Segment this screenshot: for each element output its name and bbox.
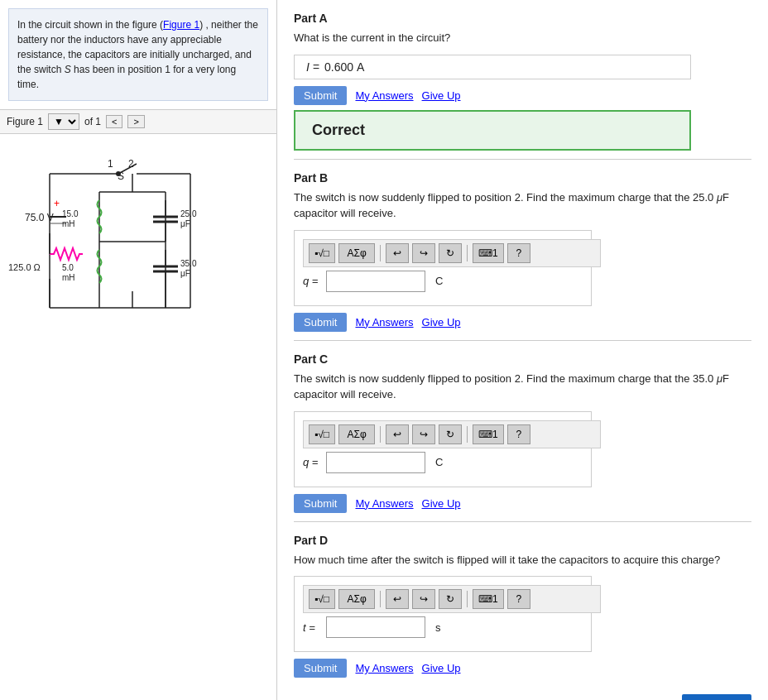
part-b-submit-btn[interactable]: Submit	[294, 313, 347, 332]
part-c-sep1	[380, 426, 381, 443]
divider-ab	[294, 159, 751, 160]
part-b-toolbar: ▪√□ ΑΣφ ↩ ↪ ↻ ⌨1	[303, 239, 601, 267]
undo-icon: ↩	[393, 247, 401, 259]
part-c-redo-btn[interactable]: ↪	[412, 424, 435, 444]
part-d-redo-btn[interactable]: ↪	[412, 589, 435, 609]
part-c-refresh-icon: ↻	[446, 429, 454, 440]
part-b-refresh-btn[interactable]: ↻	[439, 243, 462, 263]
part-b-input[interactable]	[326, 271, 425, 292]
part-c-answer-row: q = C	[303, 452, 583, 473]
part-d-redo-icon: ↪	[420, 593, 428, 605]
part-d-input[interactable]	[326, 616, 425, 638]
part-c-input-section: ▪√□ ΑΣφ ↩ ↪ ↻ ⌨1	[294, 411, 592, 487]
part-b-matrix-btn[interactable]: ▪√□	[309, 243, 335, 263]
part-d-label: t =	[303, 621, 319, 634]
part-b-answer-row: q = C	[303, 271, 583, 292]
svg-text:25.0: 25.0	[180, 209, 197, 218]
part-d-title: Part D	[294, 534, 751, 547]
part-a-value: 0.600	[324, 60, 353, 74]
part-d-my-answers-btn[interactable]: My Answers	[355, 662, 413, 674]
part-c-symbol-btn[interactable]: ΑΣφ	[338, 424, 375, 444]
circuit-svg: 1 2 S +	[0, 142, 265, 341]
part-d-refresh-btn[interactable]: ↻	[439, 589, 462, 609]
part-b-title: Part B	[294, 171, 751, 185]
part-a-section: Part A What is the current in the circui…	[294, 12, 751, 151]
part-d-undo-btn[interactable]: ↩	[386, 589, 409, 609]
part-a-actions: Submit My Answers Give Up	[294, 86, 751, 105]
part-a-title: Part A	[294, 12, 751, 25]
part-d-help-btn[interactable]: ?	[507, 589, 530, 609]
svg-text:μF: μF	[180, 219, 190, 228]
part-c-submit-btn[interactable]: Submit	[294, 494, 347, 513]
part-c-keyboard-btn[interactable]: ⌨1	[473, 424, 504, 444]
part-c-my-answers-btn[interactable]: My Answers	[355, 497, 413, 510]
part-d-keyboard-btn[interactable]: ⌨1	[473, 589, 504, 609]
part-c-redo-icon: ↪	[420, 429, 428, 440]
part-b-my-answers-btn[interactable]: My Answers	[355, 316, 413, 328]
svg-text:mH: mH	[62, 273, 75, 282]
part-c-keyboard-icon: ⌨1	[478, 429, 498, 440]
part-d-keyboard-icon: ⌨1	[478, 593, 498, 605]
part-a-question: What is the current in the circuit?	[294, 30, 751, 46]
svg-text:+: +	[54, 198, 60, 209]
part-d-unit: s	[435, 621, 441, 634]
part-b-help-btn[interactable]: ?	[507, 243, 530, 263]
svg-text:15.0: 15.0	[62, 209, 79, 218]
part-c-question: The switch is now suddenly flipped to po…	[294, 371, 751, 403]
part-c-label: q =	[303, 456, 319, 468]
figure-link[interactable]: Figure 1	[163, 19, 199, 31]
figure-prev-btn[interactable]: <	[106, 115, 122, 128]
part-d-symbol-icon: ΑΣφ	[347, 593, 366, 605]
part-b-keyboard-btn[interactable]: ⌨1	[473, 243, 504, 263]
part-d-give-up-btn[interactable]: Give Up	[422, 662, 461, 674]
figure-select[interactable]: ▼	[48, 113, 79, 130]
svg-text:1: 1	[108, 158, 113, 170]
circuit-diagram: 1 2 S +	[0, 134, 276, 700]
part-a-my-answers-btn[interactable]: My Answers	[355, 89, 413, 102]
part-b-actions: Submit My Answers Give Up	[294, 313, 751, 332]
continue-btn[interactable]: Continue	[682, 694, 751, 700]
part-c-sep2	[467, 426, 468, 443]
part-b-symbol-btn[interactable]: ΑΣφ	[338, 243, 375, 263]
part-d-symbol-btn[interactable]: ΑΣφ	[338, 589, 375, 609]
part-d-question: How much time after the switch is flippe…	[294, 552, 751, 568]
part-b-give-up-btn[interactable]: Give Up	[422, 316, 461, 328]
left-panel: In the circuit shown in the figure (Figu…	[0, 0, 277, 700]
bottom-actions: Provide Feedback Continue	[294, 686, 751, 700]
svg-text:mH: mH	[62, 219, 75, 228]
part-a-submit-btn[interactable]: Submit	[294, 86, 347, 105]
svg-text:35.0: 35.0	[180, 259, 197, 268]
part-c-actions: Submit My Answers Give Up	[294, 494, 751, 513]
part-c-refresh-btn[interactable]: ↻	[439, 424, 462, 444]
part-d-refresh-icon: ↻	[446, 593, 454, 605]
figure-label: Figure 1	[7, 116, 43, 127]
part-a-answer-display: I = 0.600 A	[294, 55, 691, 79]
part-c-matrix-btn[interactable]: ▪√□	[309, 424, 335, 444]
part-b-input-section: ▪√□ ΑΣφ ↩ ↪ ↻ ⌨1	[294, 230, 592, 306]
figure-next-btn[interactable]: >	[127, 115, 144, 128]
part-b-label: q =	[303, 275, 319, 287]
divider-bc	[294, 340, 751, 341]
part-d-section: Part D How much time after the switch is…	[294, 534, 751, 678]
part-d-help-icon: ?	[516, 593, 521, 605]
part-c-give-up-btn[interactable]: Give Up	[422, 497, 461, 510]
part-b-section: Part B The switch is now suddenly flippe…	[294, 171, 751, 332]
part-b-redo-btn[interactable]: ↪	[412, 243, 435, 263]
part-a-unit: A	[357, 60, 364, 74]
part-b-undo-btn[interactable]: ↩	[386, 243, 409, 263]
svg-line-5	[118, 164, 137, 174]
correct-text: Correct	[312, 122, 365, 138]
part-a-label: I =	[306, 60, 319, 74]
part-d-matrix-icon: ▪√□	[314, 593, 329, 605]
of-label: of 1	[84, 116, 101, 127]
sep2	[467, 245, 468, 261]
part-c-help-btn[interactable]: ?	[507, 424, 530, 444]
part-c-unit: C	[435, 456, 443, 468]
keyboard-icon: ⌨1	[478, 247, 498, 259]
part-c-undo-btn[interactable]: ↩	[386, 424, 409, 444]
part-a-give-up-btn[interactable]: Give Up	[422, 89, 461, 102]
part-d-answer-row: t = s	[303, 616, 583, 638]
part-d-submit-btn[interactable]: Submit	[294, 659, 347, 678]
part-c-input[interactable]	[326, 452, 425, 473]
part-d-matrix-btn[interactable]: ▪√□	[309, 589, 335, 609]
